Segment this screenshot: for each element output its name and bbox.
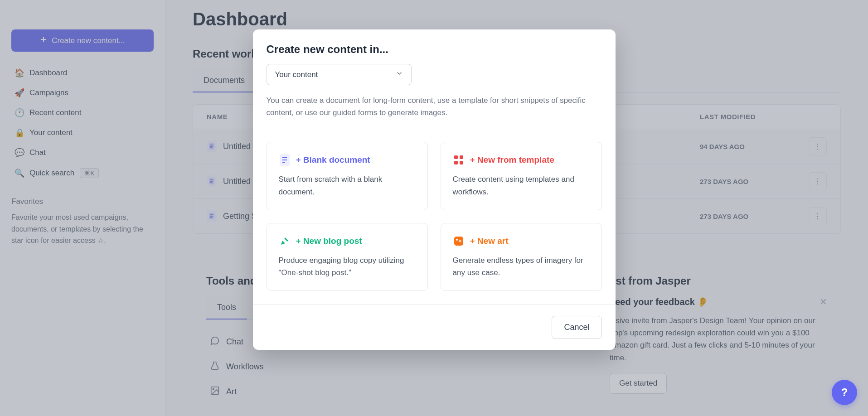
chevron-down-icon — [396, 70, 403, 79]
content-options-grid: + Blank document Start from scratch with… — [253, 128, 616, 305]
cancel-button[interactable]: Cancel — [552, 316, 601, 339]
option-title: + New from template — [470, 155, 554, 165]
option-blog-post[interactable]: + New blog post Produce engaging blog co… — [267, 223, 428, 291]
create-content-modal: Create new content in... Your content Yo… — [253, 29, 616, 350]
option-title: + New art — [470, 236, 509, 246]
svg-rect-22 — [454, 237, 463, 246]
pen-icon — [279, 235, 291, 247]
option-description: Produce engaging blog copy utilizing "On… — [279, 254, 416, 279]
palette-icon — [453, 235, 465, 247]
dropdown-value: Your content — [275, 70, 318, 79]
help-button[interactable]: ? — [832, 380, 857, 405]
svg-point-23 — [456, 239, 458, 241]
option-header: + Blank document — [279, 154, 416, 166]
svg-rect-18 — [454, 155, 458, 159]
option-description: Generate endless types of imagery for an… — [453, 254, 590, 279]
option-art[interactable]: + New art Generate endless types of imag… — [441, 223, 602, 291]
modal-overlay[interactable]: Create new content in... Your content Yo… — [0, 0, 868, 416]
content-location-dropdown[interactable]: Your content — [267, 64, 412, 85]
option-title: + Blank document — [296, 155, 370, 165]
option-header: + New blog post — [279, 235, 416, 247]
svg-rect-21 — [460, 161, 463, 164]
option-title: + New blog post — [296, 236, 362, 246]
option-blank-document[interactable]: + Blank document Start from scratch with… — [267, 142, 428, 210]
grid-icon — [453, 154, 465, 166]
option-description: Create content using templates and workf… — [453, 173, 590, 198]
question-icon: ? — [841, 386, 848, 399]
svg-rect-19 — [460, 155, 463, 159]
document-icon — [279, 154, 291, 166]
modal-header: Create new content in... Your content Yo… — [253, 29, 616, 128]
modal-description: You can create a document for long-form … — [267, 94, 602, 119]
option-header: + New from template — [453, 154, 590, 166]
option-template[interactable]: + New from template Create content using… — [441, 142, 602, 210]
svg-rect-20 — [454, 161, 458, 164]
svg-point-24 — [459, 240, 461, 242]
modal-footer: Cancel — [253, 305, 616, 350]
modal-title: Create new content in... — [267, 43, 602, 56]
option-header: + New art — [453, 235, 590, 247]
option-description: Start from scratch with a blank document… — [279, 173, 416, 198]
